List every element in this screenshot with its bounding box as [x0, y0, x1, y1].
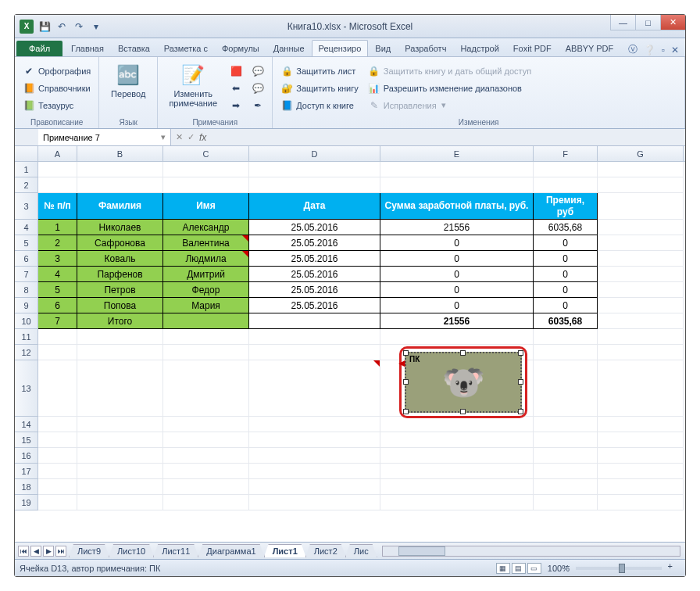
cell[interactable] [38, 345, 77, 360]
show-comment-button[interactable]: 💬 [248, 63, 267, 79]
cell[interactable] [598, 282, 684, 298]
cell[interactable] [534, 329, 598, 345]
col-header[interactable]: B [77, 146, 163, 161]
cell[interactable] [534, 495, 598, 510]
cell[interactable]: 0 [380, 235, 534, 251]
cell[interactable] [598, 193, 684, 220]
doc-restore-icon[interactable]: ▫ [662, 45, 665, 56]
horizontal-scrollbar[interactable] [382, 546, 680, 557]
redo-button[interactable]: ↷ [73, 20, 85, 33]
cell[interactable]: 25.05.2016 [249, 267, 380, 282]
cell[interactable]: 0 [380, 282, 534, 298]
cell[interactable] [380, 417, 534, 432]
show-ink-button[interactable]: ✒ [248, 98, 267, 113]
cell[interactable] [598, 417, 684, 432]
tab-foxit[interactable]: Foxit PDF [506, 40, 559, 56]
row-header[interactable]: 14 [15, 417, 38, 432]
cell[interactable] [163, 360, 249, 417]
cell[interactable]: Дмитрий [163, 267, 249, 282]
row-header[interactable]: 3 [15, 193, 38, 220]
prev-comment-button[interactable]: ⬅ [227, 81, 245, 96]
cell[interactable] [163, 432, 249, 448]
cell[interactable] [380, 464, 534, 479]
row-header[interactable]: 7 [15, 267, 38, 282]
cell[interactable] [598, 479, 684, 495]
cell[interactable] [598, 267, 684, 282]
cell[interactable] [38, 417, 77, 432]
cell[interactable] [598, 360, 684, 417]
sheet-tab[interactable]: Лист2 [305, 544, 346, 557]
cell[interactable]: Петров [77, 282, 163, 298]
zoom-thumb[interactable] [619, 564, 625, 573]
cell[interactable] [534, 360, 598, 417]
normal-view-button[interactable]: ▦ [496, 563, 510, 574]
tab-pagelayout[interactable]: Разметка с [157, 40, 215, 56]
cell[interactable]: Сумма заработной платы, руб. [380, 193, 534, 220]
row-header[interactable]: 6 [15, 251, 38, 267]
sheet-tab[interactable]: Лист9 [69, 544, 109, 557]
cell[interactable] [249, 177, 380, 193]
minimize-button[interactable]: — [610, 15, 635, 30]
col-header[interactable]: E [380, 146, 534, 161]
doc-close-icon[interactable]: ✕ [671, 45, 679, 56]
cell[interactable] [598, 464, 684, 479]
cell[interactable] [77, 345, 163, 360]
cell[interactable] [598, 329, 684, 345]
thesaurus-button[interactable]: 📗Тезаурус [20, 98, 94, 113]
cell[interactable] [380, 432, 534, 448]
cell[interactable] [534, 162, 598, 177]
cell[interactable]: 25.05.2016 [249, 235, 380, 251]
sheet-tab[interactable]: Лист1 [264, 544, 306, 557]
row-header[interactable]: 4 [15, 220, 38, 235]
cell[interactable] [380, 177, 534, 193]
close-button[interactable]: ✕ [660, 15, 685, 30]
ribbon-minimize-icon[interactable]: ⓥ [628, 43, 638, 56]
cell[interactable] [598, 345, 684, 360]
resize-handle[interactable] [460, 350, 466, 356]
reference-button[interactable]: 📙Справочники [20, 81, 94, 96]
cell[interactable] [380, 495, 534, 510]
cell[interactable] [380, 479, 534, 495]
first-sheet-button[interactable]: ⏮ [18, 546, 29, 557]
cell[interactable] [77, 448, 163, 464]
tab-abbyy[interactable]: ABBYY PDF [559, 40, 621, 56]
sheet-tab[interactable]: Лист10 [109, 544, 154, 557]
delete-comment-button[interactable]: 🟥 [227, 63, 245, 79]
cell[interactable] [380, 162, 534, 177]
cell[interactable] [249, 313, 380, 329]
cell[interactable]: Попова [77, 298, 163, 313]
pagelayout-view-button[interactable]: ▤ [512, 563, 526, 574]
cell[interactable] [598, 235, 684, 251]
cell[interactable] [598, 162, 684, 177]
cell[interactable]: 0 [380, 298, 534, 313]
cell[interactable]: 3 [38, 251, 77, 267]
cell[interactable] [534, 448, 598, 464]
prev-sheet-button[interactable]: ◀ [30, 546, 41, 557]
edit-comment-button[interactable]: 📝 Изменить примечание [162, 59, 223, 116]
cell[interactable]: 0 [534, 298, 598, 313]
cell[interactable] [249, 162, 380, 177]
resize-handle[interactable] [518, 409, 523, 414]
cell[interactable] [598, 448, 684, 464]
row-header[interactable]: 5 [15, 235, 38, 251]
cell[interactable]: 6 [38, 298, 77, 313]
row-header[interactable]: 2 [15, 177, 38, 193]
resize-handle[interactable] [518, 350, 523, 356]
cell[interactable] [598, 220, 684, 235]
cell[interactable] [77, 495, 163, 510]
cell[interactable] [38, 162, 77, 177]
cell[interactable] [249, 479, 380, 495]
col-header[interactable]: G [598, 146, 684, 161]
cell[interactable]: Валентина [163, 235, 249, 251]
tab-data[interactable]: Данные [266, 40, 312, 56]
save-button[interactable]: 💾 [38, 20, 51, 33]
cell[interactable] [249, 432, 380, 448]
resize-handle[interactable] [518, 379, 523, 385]
scrollbar-thumb[interactable] [398, 546, 445, 556]
cell[interactable] [534, 345, 598, 360]
col-header[interactable]: C [163, 146, 249, 161]
cell[interactable] [77, 329, 163, 345]
cell[interactable] [534, 479, 598, 495]
zoom-slider[interactable] [576, 567, 662, 570]
cell[interactable]: 6035,68 [534, 313, 598, 329]
